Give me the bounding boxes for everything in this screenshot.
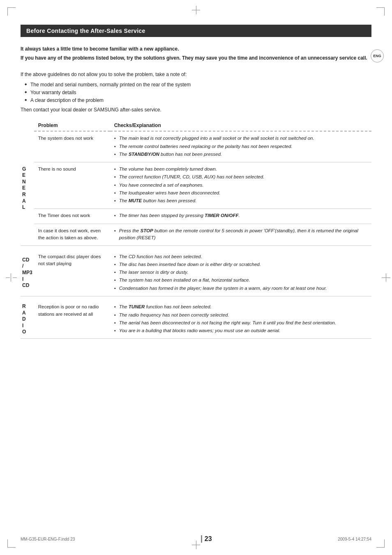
check-item: The main lead is not correctly plugged i… [114,135,367,142]
check-cell: The main lead is not correctly plugged i… [110,131,371,162]
eng-badge: ENG [371,49,384,62]
section-label: CD/MP3ICD [21,250,34,296]
check-item: The remote control batteries need replac… [114,143,367,150]
check-item: The MUTE button has been pressed. [114,197,367,204]
th-problem: Problem [34,120,110,131]
cross-top [192,6,200,14]
check-cell: The TUNER function has not been selected… [110,300,371,339]
problem-cell: The Timer does not work [34,209,110,224]
table-row: RADIOReception is poor or no radio stati… [21,300,371,339]
check-item: The disc has been inserted face down or … [114,261,367,268]
intro-line2: If you have any of the problems listed b… [21,54,371,62]
check-item: You are in a building that blocks radio … [114,327,367,334]
check-item: Press the STOP button on the remote cont… [114,227,367,242]
check-item: The correct function (TUNER, CD, USB, AU… [114,173,367,180]
check-item: The timer has been stopped by pressing T… [114,212,367,219]
problem-cell: The compact disc player does not start p… [34,250,110,296]
problem-cell: The system does not work [34,131,110,162]
check-item: The radio frequency has not been correct… [114,312,367,319]
check-item: The aerial has been disconnected or is n… [114,319,367,326]
page-footer: MM-G35-EUR-ENG-F.indd 23 23 2009-5-4 14:… [0,535,392,543]
check-item: The CD function has not been selected. [114,253,367,260]
intro-contact: Then contact your local dealer or SAMSUN… [21,106,371,113]
check-item: You have connected a set of earphones. [114,182,367,189]
corner-mark-tr [376,7,385,16]
check-cell: Press the STOP button on the remote cont… [110,224,371,246]
th-empty [21,120,34,131]
page-number: 23 [201,535,212,543]
intro-bullet-1: The model and serial numbers, normally p… [25,81,371,88]
main-content: Before Contacting the After-Sales Servic… [21,21,371,339]
cross-left [6,273,17,282]
check-cell: The timer has been stopped by pressing T… [110,209,371,224]
check-cell: The volume has been completely turned do… [110,162,371,209]
footer-filename: MM-G35-EUR-ENG-F.indd 23 [21,537,75,541]
intro-line3: If the above guidelines do not allow you… [21,71,371,78]
problem-cell: There is no sound [34,162,110,209]
page-title: Before Contacting the After-Sales Servic… [21,25,371,37]
table-row: CD/MP3ICDThe compact disc player does no… [21,250,371,296]
check-item: The loudspeaker wires have been disconne… [114,190,367,197]
table-row: The Timer does not workThe timer has bee… [21,209,371,224]
intro-bullet-2: Your warranty details [25,89,371,96]
table-row: In case it does not work, even the actio… [21,224,371,246]
corner-mark-tl [7,7,16,16]
check-item: The STANDBY/ON button has not been press… [114,151,367,158]
section-label: GENERAL [21,131,34,245]
check-item: The laser sensor is dirty or dusty. [114,269,367,276]
footer-date: 2009-5-4 14:27:54 [338,537,371,541]
intro-section: It always takes a little time to become … [21,45,371,113]
check-item: The TUNER function has not been selected… [114,303,367,310]
problem-cell: Reception is poor or no radio stations a… [34,300,110,339]
table-row: There is no soundThe volume has been com… [21,162,371,209]
intro-bullet-3: A clear description of the problem [25,97,371,104]
check-item: The system has not been installed on a f… [114,277,367,284]
check-cell: The CD function has not been selected.Th… [110,250,371,296]
troubleshoot-table: Problem Checks/Explanation GENERALThe sy… [21,120,371,339]
check-item: The volume has been completely turned do… [114,166,367,173]
intro-bullets: The model and serial numbers, normally p… [21,81,371,104]
check-item: Condensation has formed in the player; l… [114,285,367,292]
intro-line1: It always takes a little time to become … [21,45,371,53]
cross-right [386,273,386,282]
section-label: RADIO [21,300,34,339]
table-row: GENERALThe system does not workThe main … [21,131,371,162]
problem-cell: In case it does not work, even the actio… [34,224,110,246]
th-check: Checks/Explanation [110,120,371,131]
